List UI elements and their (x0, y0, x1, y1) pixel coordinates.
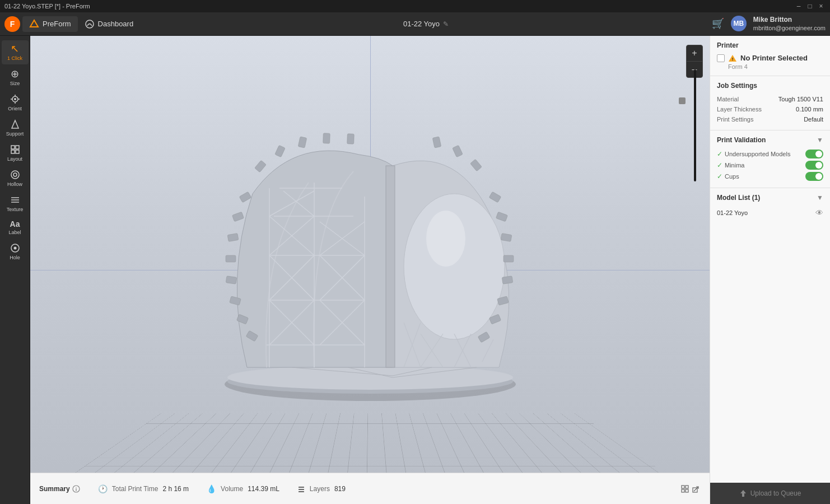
cups-check-icon: ✓ (717, 172, 722, 180)
tool-layout[interactable]: Layout (2, 141, 29, 165)
svg-rect-70 (432, 137, 441, 148)
summary-print-time: 🕐 Total Print Time 2 h 16 m (98, 484, 189, 493)
layers-label: Layers (310, 485, 330, 493)
upload-to-queue-button[interactable]: Upload to Queue (710, 483, 830, 504)
printer-status-container: ! No Printer Selected (728, 54, 808, 62)
hole-label: Hole (10, 255, 20, 260)
summary-info-icon[interactable]: i (72, 485, 80, 493)
print-validation-section: Print Validation ▼ ✓ Undersupported Mode… (710, 130, 830, 188)
unsupported-models-row: ✓ Undersupported Models (717, 148, 823, 160)
app-logo: F (4, 16, 20, 32)
svg-point-22 (227, 365, 513, 390)
volume-label: Volume (221, 485, 243, 493)
expand-icon[interactable] (680, 484, 689, 493)
printer-section: Printer ! No Printer Selected Form 4 (710, 36, 830, 76)
svg-rect-78 (386, 166, 395, 367)
unsupported-toggle-knob (815, 151, 822, 157)
orient-icon (10, 94, 20, 104)
layers-icon (297, 485, 305, 493)
user-info: Mike Britton mbritton@goengineer.com (753, 16, 826, 32)
minima-label: Minima (725, 162, 744, 169)
minima-toggle-knob (815, 162, 822, 169)
tool-texture[interactable]: Texture (2, 192, 29, 216)
tool-hole[interactable]: Hole (2, 240, 29, 264)
model-list-expand-icon[interactable]: ▼ (817, 194, 823, 202)
layout-icon (10, 144, 20, 155)
minima-toggle[interactable] (805, 161, 823, 170)
validation-title: Print Validation (717, 136, 766, 144)
3d-viewport[interactable]: + – Summary i 🕐 Total Print Time 2 h 16 … (30, 36, 710, 504)
minima-row: ✓ Minima (717, 160, 823, 171)
summary-volume: 💧 Volume 114.39 mL (207, 484, 279, 493)
tool-size[interactable]: ⊕ Size (2, 66, 29, 90)
cups-toggle[interactable] (805, 172, 823, 181)
tool-orient[interactable]: Orient (2, 91, 29, 115)
zoom-in-button[interactable]: + (687, 45, 702, 61)
tool-support[interactable]: Support (2, 116, 29, 140)
unsupported-toggle[interactable] (805, 150, 823, 158)
svg-rect-60 (489, 192, 501, 202)
svg-rect-69 (452, 145, 462, 157)
maximize-button[interactable]: □ (805, 2, 814, 11)
minimize-button[interactable]: – (794, 2, 803, 11)
upload-btn-label: Upload to Queue (750, 489, 801, 497)
svg-point-3 (14, 98, 16, 100)
layer-thickness-label: Layer Thickness (717, 106, 762, 113)
svg-rect-25 (227, 234, 239, 242)
validation-expand-icon[interactable]: ▼ (817, 136, 823, 144)
file-name-edit-icon[interactable]: ✎ (443, 20, 449, 28)
svg-marker-0 (30, 20, 38, 27)
model-list-header: Model List (1) ▼ (717, 194, 823, 202)
material-row: Material Tough 1500 V11 (717, 94, 823, 104)
minima-toggle-switch[interactable] (805, 161, 823, 170)
orient-label: Orient (8, 106, 22, 111)
window-controls[interactable]: – □ × (794, 2, 826, 11)
zoom-handle[interactable] (679, 97, 686, 104)
support-label: Support (6, 131, 24, 137)
preform-label: PreForm (43, 20, 71, 28)
layout-label: Layout (7, 156, 22, 162)
tool-label[interactable]: Aa Label (2, 217, 29, 239)
summary-expand (680, 484, 701, 493)
model-visibility-icon[interactable]: 👁 (815, 208, 823, 217)
model-list-title: Model List (1) (717, 194, 760, 202)
printer-checkbox[interactable] (717, 54, 725, 62)
svg-rect-64 (502, 276, 512, 284)
texture-label: Texture (7, 207, 24, 212)
material-label: Material (717, 96, 739, 102)
cups-toggle-switch[interactable] (805, 172, 823, 181)
title-bar: 01-22 Yoyo.STEP [*] - PreForm – □ × (0, 0, 830, 12)
file-name-display: 01-22 Yoyo ✎ (403, 20, 449, 28)
tool-1click[interactable]: ↖ 1 Click (2, 40, 29, 64)
unsupported-models-label: Undersupported Models (725, 151, 790, 157)
summary-items: 🕐 Total Print Time 2 h 16 m 💧 Volume 114… (98, 484, 346, 493)
cart-icon[interactable]: 🛒 (712, 17, 724, 30)
layers-value: 819 (334, 485, 346, 493)
tool-hollow[interactable]: Hollow (2, 166, 29, 190)
dashboard-nav-button[interactable]: Dashboard (78, 16, 141, 32)
user-email: mbritton@goengineer.com (753, 24, 826, 32)
title-bar-text: 01-22 Yoyo.STEP [*] - PreForm (4, 3, 90, 10)
model-name-yoyo: 01-22 Yoyo (717, 209, 748, 216)
upload-icon (739, 489, 747, 497)
close-button[interactable]: × (817, 2, 826, 11)
svg-rect-61 (496, 212, 507, 221)
printer-header: ! No Printer Selected (717, 54, 823, 62)
cups-toggle-knob (815, 173, 822, 180)
svg-rect-31 (254, 160, 266, 172)
preform-nav-button[interactable]: PreForm (22, 16, 78, 32)
popout-icon[interactable] (692, 484, 701, 493)
model-list-section: Model List (1) ▼ 01-22 Yoyo 👁 (710, 188, 830, 504)
svg-text:!: ! (732, 57, 734, 62)
unsupported-toggle-switch[interactable] (805, 150, 823, 158)
job-settings-section: Job Settings Material Tough 1500 V11 Lay… (710, 76, 830, 130)
svg-rect-88 (682, 486, 684, 488)
print-settings-label: Print Settings (717, 116, 753, 123)
print-time-value: 2 h 16 m (162, 485, 189, 493)
user-avatar[interactable]: MB (731, 16, 747, 31)
dashboard-label: Dashboard (98, 20, 134, 28)
model-svg (180, 110, 561, 401)
summary-title: Summary i (39, 485, 80, 493)
left-toolbar: ↖ 1 Click ⊕ Size Orient Support (0, 36, 30, 504)
svg-rect-11 (11, 150, 15, 153)
